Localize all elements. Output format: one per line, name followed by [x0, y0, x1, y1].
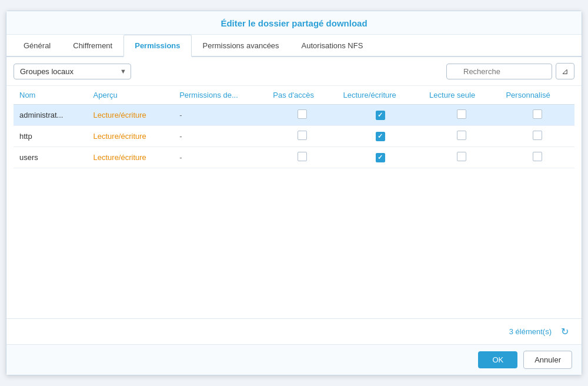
tab-chiffrement[interactable]: Chiffrement — [62, 35, 123, 57]
cell-apercu: Lecture/écriture — [88, 105, 174, 126]
groups-dropdown[interactable]: Groupes locaux Groupes du domaine Utilis… — [14, 64, 131, 79]
checkbox[interactable] — [376, 132, 385, 141]
checkbox[interactable] — [457, 109, 466, 119]
table-container: Nom Aperçu Permissions de... Pas d'accès… — [6, 86, 582, 318]
cell-lecture-seule[interactable] — [423, 105, 500, 126]
toolbar: Groupes locaux Groupes du domaine Utilis… — [6, 57, 582, 86]
cell-permissions-de: - — [173, 147, 267, 168]
cell-apercu: Lecture/écriture — [88, 126, 174, 147]
col-personnalise: Personnalisé — [500, 86, 574, 105]
cell-apercu: Lecture/écriture — [88, 147, 174, 168]
checkbox[interactable] — [298, 152, 307, 161]
cell-lecture-ecriture[interactable] — [337, 147, 423, 168]
checkbox[interactable] — [533, 152, 542, 161]
table-row[interactable]: httpLecture/écriture- — [14, 126, 574, 147]
filter-icon: ⊿ — [562, 66, 569, 76]
checkbox[interactable] — [298, 109, 307, 119]
checkbox[interactable] — [533, 109, 542, 119]
footer-count-bar: 3 élément(s) ↻ — [6, 318, 582, 344]
cell-lecture-seule[interactable] — [423, 126, 500, 147]
cell-personnalise[interactable] — [500, 147, 574, 168]
checkbox[interactable] — [533, 131, 542, 140]
dialog-title: Éditer le dossier partagé download — [6, 11, 582, 35]
cell-lecture-ecriture[interactable] — [337, 126, 423, 147]
cell-lecture-ecriture[interactable] — [337, 105, 423, 126]
cell-personnalise[interactable] — [500, 126, 574, 147]
search-input[interactable] — [446, 64, 552, 79]
filter-button[interactable]: ⊿ — [556, 63, 574, 79]
checkbox[interactable] — [457, 152, 466, 161]
permissions-table: Nom Aperçu Permissions de... Pas d'accès… — [14, 86, 574, 168]
cell-pas-dacces[interactable] — [267, 147, 337, 168]
element-count: 3 élément(s) — [509, 327, 552, 336]
checkbox[interactable] — [457, 131, 466, 140]
col-permissions-de: Permissions de... — [173, 86, 267, 105]
cell-permissions-de: - — [173, 126, 267, 147]
table-row[interactable]: usersLecture/écriture- — [14, 147, 574, 168]
dropdown-container: Groupes locaux Groupes du domaine Utilis… — [14, 64, 131, 79]
cell-pas-dacces[interactable] — [267, 126, 337, 147]
table-header-row: Nom Aperçu Permissions de... Pas d'accès… — [14, 86, 574, 105]
col-lecture-seule: Lecture seule — [423, 86, 500, 105]
cell-permissions-de: - — [173, 105, 267, 126]
cell-personnalise[interactable] — [500, 105, 574, 126]
dialog: Éditer le dossier partagé download Génér… — [6, 11, 582, 375]
col-lecture-ecriture: Lecture/écriture — [337, 86, 423, 105]
refresh-button[interactable]: ↻ — [557, 325, 572, 338]
tab-permissions[interactable]: Permissions — [123, 35, 191, 57]
tabs-bar: Général Chiffrement Permissions Permissi… — [6, 35, 582, 57]
ok-button[interactable]: OK — [478, 351, 517, 368]
col-apercu: Aperçu — [88, 86, 174, 105]
tab-general[interactable]: Général — [12, 35, 62, 57]
cell-nom: http — [14, 126, 88, 147]
col-nom: Nom — [14, 86, 88, 105]
cell-pas-dacces[interactable] — [267, 105, 337, 126]
tab-permissions-avancees[interactable]: Permissions avancées — [192, 35, 290, 57]
checkbox[interactable] — [376, 111, 385, 120]
search-wrapper: 🔍 — [446, 64, 552, 79]
cancel-button[interactable]: Annuler — [523, 351, 572, 369]
cell-nom: administrat... — [14, 105, 88, 126]
tab-autorisations-nfs[interactable]: Autorisations NFS — [290, 35, 375, 57]
checkbox[interactable] — [376, 153, 385, 162]
dialog-footer: OK Annuler — [6, 344, 582, 375]
col-pas-dacces: Pas d'accès — [267, 86, 337, 105]
cell-nom: users — [14, 147, 88, 168]
search-area: 🔍 ⊿ — [446, 63, 574, 79]
table-row[interactable]: administrat...Lecture/écriture- — [14, 105, 574, 126]
cell-lecture-seule[interactable] — [423, 147, 500, 168]
checkbox[interactable] — [298, 131, 307, 140]
